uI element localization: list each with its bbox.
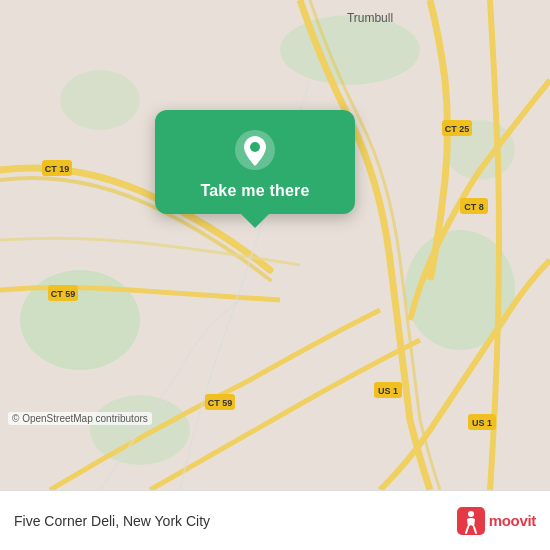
map-view: CT 19 CT 25 CT 59 CT 8 CT 59 US 1 US 1 T…	[0, 0, 550, 490]
svg-point-1	[20, 270, 140, 370]
svg-text:Trumbull: Trumbull	[347, 11, 393, 25]
svg-point-3	[280, 15, 420, 85]
location-title: Five Corner Deli, New York City	[14, 513, 210, 529]
svg-text:CT 59: CT 59	[51, 289, 76, 299]
svg-text:CT 25: CT 25	[445, 124, 470, 134]
osm-credit: © OpenStreetMap contributors	[8, 412, 152, 425]
moovit-icon	[457, 507, 485, 535]
moovit-label: moovit	[489, 512, 536, 529]
svg-text:CT 59: CT 59	[208, 398, 233, 408]
svg-text:US 1: US 1	[378, 386, 398, 396]
popup-label: Take me there	[200, 182, 309, 200]
svg-text:CT 8: CT 8	[464, 202, 484, 212]
svg-text:CT 19: CT 19	[45, 164, 70, 174]
svg-point-23	[250, 142, 260, 152]
location-pin-icon	[233, 128, 277, 172]
svg-point-4	[60, 70, 140, 130]
moovit-logo: moovit	[457, 507, 536, 535]
svg-point-25	[468, 511, 474, 517]
popup-card[interactable]: Take me there	[155, 110, 355, 214]
svg-text:US 1: US 1	[472, 418, 492, 428]
bottom-bar: Five Corner Deli, New York City moovit	[0, 490, 550, 550]
